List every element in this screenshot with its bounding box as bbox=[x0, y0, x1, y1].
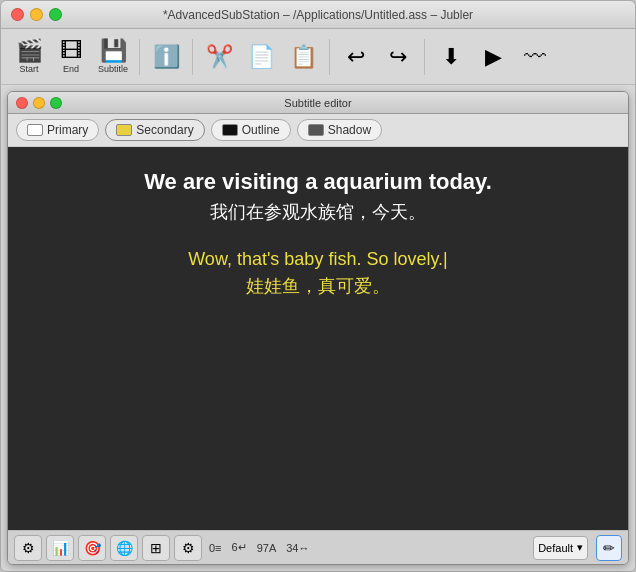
subtitle-traffic-lights bbox=[8, 97, 62, 109]
preview-text-3: Wow, that's baby fish. So lovely.| bbox=[188, 249, 448, 269]
redo-tool-btn[interactable]: ↪ bbox=[378, 36, 418, 78]
end-icon: 🎞 bbox=[60, 40, 82, 62]
preview-line-2: 我们在参观水族馆，今天。 bbox=[210, 200, 426, 225]
close-button[interactable] bbox=[11, 8, 24, 21]
subtitle-statusbar: ⚙ 📊 🎯 🌐 ⊞ ⚙ 0≡ 6↵ 97A 34↔ Default bbox=[8, 530, 628, 564]
end-label: End bbox=[63, 64, 79, 74]
pen-button[interactable]: ✏ bbox=[596, 535, 622, 561]
waveform-icon: 〰 bbox=[524, 46, 546, 68]
shadow-color-swatch bbox=[308, 124, 324, 136]
secondary-color-swatch bbox=[116, 124, 132, 136]
app-title: *AdvancedSubStation – /Applications/Unti… bbox=[163, 8, 473, 22]
statusbar-icon-1: ⚙ bbox=[22, 540, 35, 556]
toolbar-separator-4 bbox=[424, 39, 425, 75]
outline-style-btn[interactable]: Outline bbox=[211, 119, 291, 141]
counter-text: 0≡ bbox=[209, 542, 222, 554]
toolbar-group-file: 🎬 Start 🎞 End 💾 Subtitle bbox=[9, 36, 133, 78]
toolbar-group-clipboard: ✂️ 📄 📋 bbox=[199, 36, 323, 78]
subtitle-close-button[interactable] bbox=[16, 97, 28, 109]
traffic-lights bbox=[1, 8, 62, 21]
toolbar-group-media: ⬇ ▶ 〰 bbox=[431, 36, 555, 78]
start-icon: 🎬 bbox=[16, 40, 43, 62]
statusbar-icon-5: ⊞ bbox=[150, 540, 162, 556]
subtitle-label: Subtitle bbox=[98, 64, 128, 74]
statusbar-btn-6[interactable]: ⚙ bbox=[174, 535, 202, 561]
shadow-style-btn[interactable]: Shadow bbox=[297, 119, 382, 141]
undo-icon: ↩ bbox=[347, 46, 365, 68]
info-tool-btn[interactable]: ℹ️ bbox=[146, 36, 186, 78]
waveform-tool-btn[interactable]: 〰 bbox=[515, 36, 555, 78]
play-icon: ▶ bbox=[485, 46, 502, 68]
frames-text: 6↵ bbox=[232, 541, 247, 554]
subtitle-minimize-button[interactable] bbox=[33, 97, 45, 109]
statusbar-icon-4: 🌐 bbox=[116, 540, 133, 556]
statusbar-btn-3[interactable]: 🎯 bbox=[78, 535, 106, 561]
dropdown-chevron-icon: ▾ bbox=[577, 541, 583, 554]
save-tool-btn[interactable]: 💾 Subtitle bbox=[93, 36, 133, 78]
subtitle-editor-title: Subtitle editor bbox=[284, 97, 351, 109]
preview-text-2: 我们在参观水族馆，今天。 bbox=[210, 202, 426, 222]
preview-line-1: We are visiting a aquarium today. bbox=[144, 167, 492, 198]
toolbar: 🎬 Start 🎞 End 💾 Subtitle ℹ️ ✂️ bbox=[1, 29, 635, 85]
paste-tool-btn[interactable]: 📋 bbox=[283, 36, 323, 78]
dropdown-label: Default bbox=[538, 542, 573, 554]
subtitle-maximize-button[interactable] bbox=[50, 97, 62, 109]
down-tool-btn[interactable]: ⬇ bbox=[431, 36, 471, 78]
app-window: *AdvancedSubStation – /Applications/Unti… bbox=[0, 0, 636, 572]
toolbar-group-edit: ℹ️ bbox=[146, 36, 186, 78]
chars-text: 97A bbox=[257, 542, 277, 554]
redo-icon: ↪ bbox=[389, 46, 407, 68]
save-icon: 💾 bbox=[100, 40, 127, 62]
primary-color-swatch bbox=[27, 124, 43, 136]
toolbar-group-history: ↩ ↪ bbox=[336, 36, 418, 78]
statusbar-btn-2[interactable]: 📊 bbox=[46, 535, 74, 561]
copy-tool-btn[interactable]: 📄 bbox=[241, 36, 281, 78]
preview-area: We are visiting a aquarium today. 我们在参观水… bbox=[8, 147, 628, 530]
cut-tool-btn[interactable]: ✂️ bbox=[199, 36, 239, 78]
primary-style-btn[interactable]: Primary bbox=[16, 119, 99, 141]
app-titlebar: *AdvancedSubStation – /Applications/Unti… bbox=[1, 1, 635, 29]
statusbar-icon-3: 🎯 bbox=[84, 540, 101, 556]
statusbar-btn-5[interactable]: ⊞ bbox=[142, 535, 170, 561]
statusbar-btn-4[interactable]: 🌐 bbox=[110, 535, 138, 561]
default-dropdown[interactable]: Default ▾ bbox=[533, 536, 588, 560]
toolbar-separator-1 bbox=[139, 39, 140, 75]
start-tool-btn[interactable]: 🎬 Start bbox=[9, 36, 49, 78]
paste-icon: 📋 bbox=[290, 46, 317, 68]
copy-icon: 📄 bbox=[248, 46, 275, 68]
start-label: Start bbox=[19, 64, 38, 74]
undo-tool-btn[interactable]: ↩ bbox=[336, 36, 376, 78]
play-tool-btn[interactable]: ▶ bbox=[473, 36, 513, 78]
preview-line-4: 娃娃鱼，真可爱。 bbox=[246, 274, 390, 299]
preview-text-4: 娃娃鱼，真可爱。 bbox=[246, 276, 390, 296]
primary-style-label: Primary bbox=[47, 123, 88, 137]
down-icon: ⬇ bbox=[442, 46, 460, 68]
minimize-button[interactable] bbox=[30, 8, 43, 21]
secondary-style-btn[interactable]: Secondary bbox=[105, 119, 204, 141]
time-text: 34↔ bbox=[286, 542, 309, 554]
outline-style-label: Outline bbox=[242, 123, 280, 137]
outline-color-swatch bbox=[222, 124, 238, 136]
statusbar-icon-2: 📊 bbox=[52, 540, 69, 556]
toolbar-separator-2 bbox=[192, 39, 193, 75]
preview-line-3: Wow, that's baby fish. So lovely.| bbox=[188, 247, 448, 272]
cut-icon: ✂️ bbox=[206, 46, 233, 68]
shadow-style-label: Shadow bbox=[328, 123, 371, 137]
style-buttons-row: Primary Secondary Outline Shadow bbox=[8, 114, 628, 147]
preview-text-1: We are visiting a aquarium today. bbox=[144, 169, 492, 194]
statusbar-icon-6: ⚙ bbox=[182, 540, 195, 556]
end-tool-btn[interactable]: 🎞 End bbox=[51, 36, 91, 78]
subtitle-editor-window: Subtitle editor Primary Secondary Outlin… bbox=[7, 91, 629, 565]
maximize-button[interactable] bbox=[49, 8, 62, 21]
subtitle-titlebar: Subtitle editor bbox=[8, 92, 628, 114]
toolbar-separator-3 bbox=[329, 39, 330, 75]
info-icon: ℹ️ bbox=[153, 46, 180, 68]
statusbar-btn-1[interactable]: ⚙ bbox=[14, 535, 42, 561]
pen-icon: ✏ bbox=[603, 540, 615, 556]
secondary-style-label: Secondary bbox=[136, 123, 193, 137]
